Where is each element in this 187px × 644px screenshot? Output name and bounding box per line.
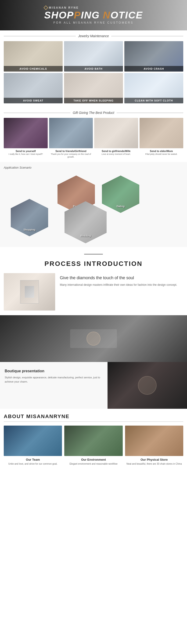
chemicals-label: AVOID CHEMICALS [4,66,63,72]
about-title: ABOUT MISANANRYNE [4,414,183,422]
process-intro-heading: Give the diamonds the touch of the soul [60,276,183,280]
hex-shopping-wrapper: Shopping [11,199,48,236]
about-section: ABOUT MISANANRYNE Our Team Unite and lov… [0,409,187,470]
hex-shopping-label: Shopping [11,228,48,231]
title-part2: ING [81,10,103,20]
gift-title-line-right [117,113,183,113]
hexagon-area: Party Dating Shopping Wedding [4,173,184,243]
maintenance-item-chemicals: AVOID CHEMICALS [4,41,63,72]
process-section: PROCESS INTRODUCTION Give the diamonds t… [0,247,187,315]
store-title: Our Physical Store [140,458,168,461]
gift-image-mom [140,118,184,148]
env-desc: Elegant environment and reasonable workf… [70,462,117,466]
maintenance-item-sleep: TAKE OFF WHEN SLEEPING [64,73,123,103]
store-image [125,426,183,456]
gift-grid: Send to yourself I really like it, how c… [4,118,183,158]
team-title: Our Team [26,458,40,461]
brand-diamond-icon [44,6,48,10]
process-intro-image [4,273,55,310]
gift-title-wife: Send to girlfriends/Wife [102,150,130,152]
gift-title-line-left [4,113,70,113]
crafting-full-image [0,315,187,362]
crash-label: AVOID CRASH [124,66,183,72]
cloth-label: CLEAN WITH SOFT CLOTH [124,98,183,103]
title-part3: OTICE [110,10,143,20]
maintenance-item-cloth: CLEAN WITH SOFT CLOTH [124,73,183,103]
scenario-section: Application Scenario Party Dating Shoppi… [0,162,187,247]
about-grid: Our Team Unite and love, and strive for … [4,426,183,466]
about-item-team: Our Team Unite and love, and strive for … [4,426,62,466]
process-intro-row: Give the diamonds the touch of the soul … [4,273,183,310]
process-title-divider [84,254,103,254]
team-desc: Unite and love, and strive for our commo… [8,462,58,466]
process-title: PROCESS INTRODUCTION [4,260,183,268]
page-header: MISANAN RYNE SHOPPING NOTICE FOR ALL MIS… [0,0,187,30]
title-line-left [4,36,76,36]
about-item-env: Our Environment Elegant environment and … [64,426,122,466]
gift-section: Gift Giving The Best Product Send to you… [0,107,187,162]
title-accent1: P [74,10,81,20]
scenario-title: Application Scenario [4,166,183,169]
header-title: SHOPPING NOTICE [44,10,143,20]
env-image [64,426,122,456]
jewelry-section-title: Jewelry Maintenance [78,34,109,38]
gift-desc-wife: Love at every moment of heart. [102,153,131,156]
boutique-text-area: Boutique presentation Stylish design, ex… [0,362,108,409]
gift-image-friends [49,118,93,148]
gift-section-title: Gift Giving The Best Product [73,111,114,114]
sweat-label: AVOID SWEAT [4,98,63,103]
gift-item-friends: Send to friends/Girlfriend Thank you for… [49,118,93,158]
hex-wedding-wrapper: Wedding [64,201,106,243]
env-title: Our Environment [81,458,106,461]
maintenance-item-bath: AVOID BATH [64,41,123,72]
hex-dating-wrapper: Dating [102,176,139,213]
about-item-store: Our Physical Store Neat and beautiful, t… [125,426,183,466]
gift-desc-friends: Thank you for your company on the road o… [49,153,93,158]
maintenance-grid: AVOID CHEMICALS AVOID BATH AVOID CRASH A… [4,41,183,103]
header-subtitle: FOR ALL MISANAN RYNE CUSTOMERS [44,21,143,24]
brand-name: MISANAN RYNE [49,6,79,9]
gift-item-mom: Send to elder/Mom Filial piety should ne… [140,118,184,158]
gift-item-wife: Send to girlfriends/Wife Love at every m… [94,118,138,158]
process-intro-text: Give the diamonds the touch of the soul … [60,273,183,287]
gift-image-wife [94,118,138,148]
title-accent2: N [103,10,110,20]
maintenance-item-crash: AVOID CRASH [124,41,183,72]
title-line-right [111,36,183,36]
process-intro-desc: Many international design masters infilt… [60,283,183,287]
team-image [4,426,62,456]
jewelry-maintenance-section: Jewelry Maintenance AVOID CHEMICALS AVOI… [0,30,187,107]
gift-title-row: Gift Giving The Best Product [4,111,183,114]
maintenance-item-sweat: AVOID SWEAT [4,73,63,103]
gift-desc-self: I really like it, how can I treat myself… [8,153,43,156]
hex-dating-label: Dating [102,205,139,208]
gift-image-self [4,118,48,148]
header-content: MISANAN RYNE SHOPPING NOTICE FOR ALL MIS… [44,6,143,24]
hex-wedding-label: Wedding [64,234,106,237]
boutique-image [108,362,187,409]
gift-title-self: Send to yourself [16,150,36,152]
bath-label: AVOID BATH [64,66,123,72]
jewelry-title-row: Jewelry Maintenance [4,34,183,38]
gift-desc-mom: Filial piety should never be waited. [145,153,178,156]
store-desc: Neat and beautiful, there are 30 chain s… [126,462,182,466]
boutique-title: Boutique presentation [5,369,103,373]
gift-title-friends: Send to friends/Girlfriend [56,150,86,152]
boutique-section: Boutique presentation Stylish design, ex… [0,362,187,409]
gift-title-mom: Send to elder/Mom [150,150,173,152]
boutique-desc: Stylish design, exquisite appearance, de… [5,376,103,384]
gift-item-self: Send to yourself I really like it, how c… [4,118,48,158]
brand-row: MISANAN RYNE [44,6,143,9]
title-part1: SHOP [44,10,74,20]
sleep-label: TAKE OFF WHEN SLEEPING [64,98,123,103]
